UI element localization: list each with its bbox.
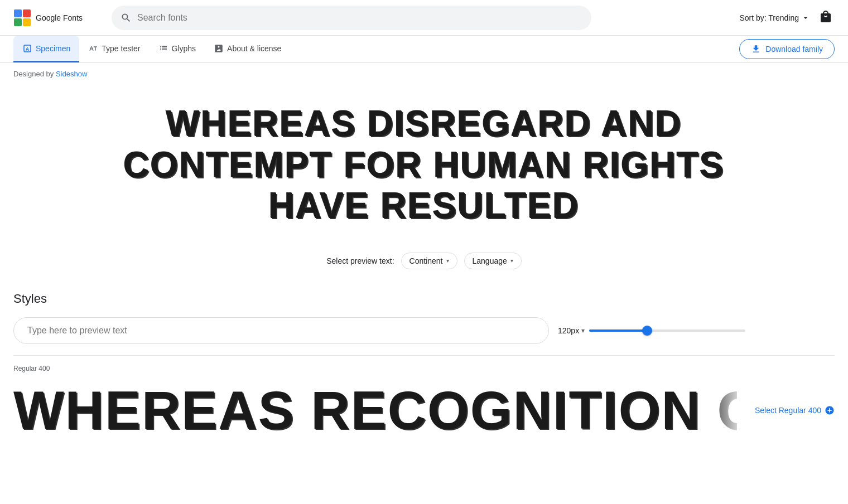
- size-value: 120px: [558, 326, 579, 335]
- download-icon: [751, 44, 761, 54]
- font-preview-display: Whereas recognition of th: [13, 384, 737, 437]
- download-family-label: Download family: [765, 45, 823, 54]
- styles-section: Styles 120px ▾ Regular 400 Whereas recog…: [0, 283, 848, 453]
- chevron-down-icon: ▾: [510, 258, 513, 264]
- chevron-down-icon: ▾: [446, 258, 449, 264]
- logo-text: Google Fonts: [36, 13, 83, 22]
- tab-about-label: About & license: [227, 44, 281, 53]
- svg-rect-1: [23, 9, 31, 17]
- preview-controls: Select preview text: Continent ▾ Languag…: [0, 244, 848, 283]
- tab-specimen[interactable]: A Specimen: [13, 36, 79, 62]
- designer-prefix: Designed by: [13, 70, 54, 78]
- svg-rect-0: [14, 9, 22, 17]
- select-style-button[interactable]: Select Regular 400: [755, 405, 835, 415]
- size-slider-track[interactable]: [589, 329, 745, 332]
- chevron-down-icon: [801, 13, 810, 22]
- hero-section: Whereas disregard and contempt for human…: [0, 81, 848, 244]
- preview-label: Select preview text:: [326, 256, 394, 265]
- styles-title: Styles: [13, 292, 835, 306]
- designer-credit: Designed by Sideshow: [0, 63, 848, 81]
- sort-button[interactable]: Sort by: Trending: [739, 13, 810, 22]
- styles-divider: [13, 355, 835, 356]
- size-slider-fill: [589, 329, 647, 332]
- svg-text:A: A: [26, 46, 30, 51]
- add-circle-icon: [825, 405, 835, 415]
- language-label: Language: [473, 256, 507, 265]
- cart-button[interactable]: [817, 8, 835, 27]
- continent-label: Continent: [409, 256, 443, 265]
- download-family-button[interactable]: Download family: [739, 39, 835, 59]
- subnav: A Specimen Type tester Glyphs About & li…: [0, 36, 848, 63]
- style-label: Regular 400: [13, 362, 835, 377]
- type-tester-icon: [88, 43, 98, 54]
- size-control: 120px ▾: [558, 326, 745, 335]
- font-preview-row: Whereas recognition of th Select Regular…: [13, 377, 835, 444]
- size-slider-thumb[interactable]: [642, 326, 652, 336]
- specimen-icon: A: [22, 43, 32, 54]
- glyphs-icon: [158, 43, 168, 54]
- hero-font-preview: Whereas disregard and contempt for human…: [89, 104, 759, 227]
- svg-rect-2: [14, 18, 22, 26]
- preview-text-input[interactable]: [13, 317, 549, 344]
- continent-dropdown[interactable]: Continent ▾: [401, 253, 457, 269]
- search-icon: [121, 12, 132, 23]
- subnav-tabs: A Specimen Type tester Glyphs About & li…: [13, 36, 739, 62]
- tab-glyphs-label: Glyphs: [172, 44, 196, 53]
- header: Google Fonts Sort by: Trending: [0, 0, 848, 36]
- shopping-bag-icon: [819, 10, 832, 23]
- size-chevron-icon: ▾: [581, 327, 585, 335]
- google-fonts-logo[interactable]: Google Fonts: [13, 9, 103, 27]
- size-label: 120px ▾: [558, 326, 585, 335]
- designer-link[interactable]: Sideshow: [56, 70, 87, 78]
- select-style-label: Select Regular 400: [755, 406, 821, 415]
- preview-input-row: 120px ▾: [13, 317, 835, 344]
- tab-specimen-label: Specimen: [36, 44, 70, 53]
- tab-glyphs[interactable]: Glyphs: [150, 36, 205, 62]
- sort-label: Sort by: Trending: [739, 13, 799, 22]
- tab-type-tester-label: Type tester: [102, 44, 140, 53]
- tab-type-tester[interactable]: Type tester: [79, 36, 149, 62]
- about-icon: [214, 43, 224, 54]
- search-bar: [112, 6, 591, 30]
- tab-about[interactable]: About & license: [205, 36, 290, 62]
- search-input[interactable]: [137, 13, 582, 23]
- svg-rect-3: [23, 18, 31, 26]
- language-dropdown[interactable]: Language ▾: [464, 253, 522, 269]
- google-logo-icon: [13, 9, 31, 27]
- header-right: Sort by: Trending: [739, 8, 835, 27]
- font-preview-fade: [701, 377, 746, 444]
